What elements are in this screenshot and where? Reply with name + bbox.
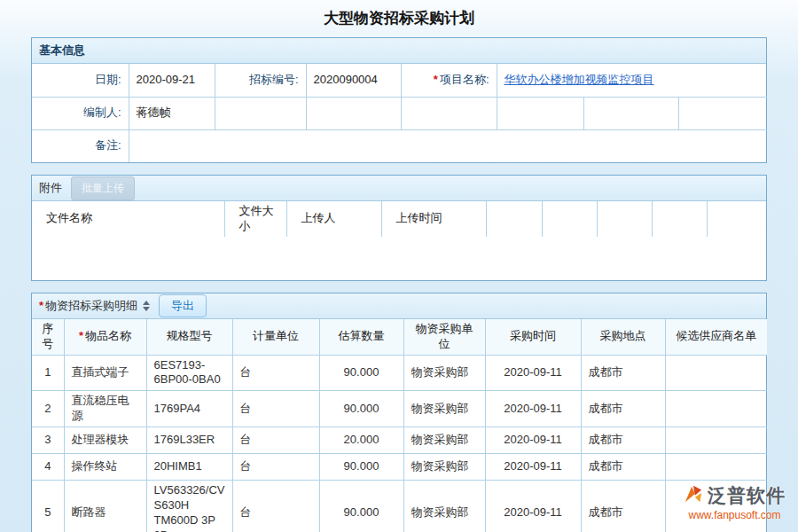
empty-cell: [583, 97, 678, 129]
remark-label: 备注:: [32, 129, 129, 162]
cell-spec-model: 20HIMB1: [146, 454, 232, 481]
cell-est-qty: 90.000: [319, 454, 403, 481]
date-label: 日期:: [32, 64, 129, 97]
page-title: 大型物资招标采购计划: [0, 0, 798, 37]
col-purchase-place: 采购地点: [581, 319, 665, 355]
cell-est-qty: 90.000: [319, 391, 403, 427]
col-spec-model: 规格型号: [146, 319, 232, 355]
table-row: 2 直流稳压电源 1769PA4 台 90.000 物资采购部 2020-09-…: [32, 391, 767, 427]
cell-purchase-unit: 物资采购部: [403, 481, 485, 532]
cell-item-name: 直插式端子: [64, 355, 146, 391]
details-title: *物资招标采购明细: [39, 298, 137, 314]
cell-item-name: 直流稳压电源: [64, 391, 146, 427]
cell-spec-model: LV563326/CVS630H TM600D 3P 3D: [146, 481, 232, 532]
details-header: *物资招标采购明细 导出: [32, 293, 766, 319]
vendor-url: www.fanpusoft.com: [684, 509, 786, 521]
cell-purchase-time: 2020-09-11: [485, 427, 581, 454]
cell-spec-model: 1769PA4: [146, 391, 232, 427]
cell-est-qty: 90.000: [319, 355, 403, 391]
required-mark: *: [434, 73, 438, 86]
cell-purchase-unit: 物资采购部: [403, 355, 485, 391]
col-file-name: 文件名称: [32, 201, 224, 237]
cell-unit: 台: [232, 391, 319, 427]
vendor-brand-name: 泛普软件: [708, 483, 786, 508]
basic-info-header: 基本信息: [32, 38, 766, 64]
project-link[interactable]: 华软办公楼增加视频监控项目: [505, 73, 654, 86]
empty-header-cell: [542, 201, 597, 237]
empty-cell: [401, 97, 497, 129]
cell-seq: 1: [32, 355, 64, 391]
project-label: *项目名称:: [401, 64, 497, 97]
details-section: *物资招标采购明细 导出 序号 *物品名称 规格型号 计量单位 估算数量 物资采…: [31, 293, 767, 532]
cell-purchase-place: 成都市: [581, 391, 665, 427]
details-table: 序号 *物品名称 规格型号 计量单位 估算数量 物资采购单位 采购时间 采购地点…: [32, 319, 767, 532]
vendor-watermark: 泛普软件 www.fanpusoft.com: [684, 483, 786, 521]
empty-cell: [678, 97, 767, 129]
page: 大型物资招标采购计划 基本信息 日期: 2020-09-21 招标编号: 202…: [0, 0, 798, 532]
attachments-header: 附件 批量上传: [32, 176, 766, 201]
empty-header-cell: [652, 201, 707, 237]
attachments-section: 附件 批量上传 文件名称 文件大小 上传人 上传时间: [31, 175, 767, 281]
export-button[interactable]: 导出: [159, 294, 207, 317]
cell-candidate-suppliers: [665, 427, 767, 454]
cell-purchase-unit: 物资采购部: [403, 427, 485, 454]
bid-no-value: 2020090004: [306, 64, 401, 97]
cell-item-name: 断路器: [64, 481, 146, 532]
required-mark: *: [79, 329, 83, 342]
batch-upload-button[interactable]: 批量上传: [71, 176, 135, 200]
cell-est-qty: 90.000: [319, 481, 403, 532]
cell-purchase-place: 成都市: [581, 427, 665, 454]
cell-purchase-unit: 物资采购部: [403, 454, 485, 481]
cell-unit: 台: [232, 454, 319, 481]
table-row: 4 操作终站 20HIMB1 台 90.000 物资采购部 2020-09-11…: [32, 454, 767, 481]
cell-seq: 2: [32, 391, 64, 427]
cell-purchase-place: 成都市: [581, 355, 665, 391]
preparer-label: 编制人:: [32, 97, 129, 129]
cell-item-name: 处理器模块: [64, 427, 146, 454]
cell-purchase-time: 2020-09-11: [485, 391, 581, 427]
project-value-cell: 华软办公楼增加视频监控项目: [497, 64, 767, 97]
cell-candidate-suppliers: [665, 454, 767, 481]
sort-icon[interactable]: [143, 301, 150, 311]
empty-cell: [306, 97, 401, 129]
cell-seq: 3: [32, 427, 64, 454]
table-row: 日期: 2020-09-21 招标编号: 2020090004 *项目名称: 华…: [32, 64, 767, 97]
col-purchase-unit: 物资采购单位: [403, 319, 485, 355]
table-row: 备注:: [32, 129, 767, 162]
cell-purchase-time: 2020-09-11: [485, 481, 581, 532]
cell-item-name: 操作终站: [64, 454, 146, 481]
required-mark: *: [39, 299, 43, 312]
col-est-qty: 估算数量: [319, 319, 403, 355]
attachments-title: 附件: [39, 180, 62, 196]
attachments-table: 文件名称 文件大小 上传人 上传时间: [32, 201, 767, 237]
col-file-size: 文件大小: [224, 201, 286, 237]
cell-seq: 4: [32, 454, 64, 481]
cell-est-qty: 20.000: [319, 427, 403, 454]
col-upload-time: 上传时间: [381, 201, 486, 237]
cell-unit: 台: [232, 481, 319, 532]
col-purchase-time: 采购时间: [485, 319, 581, 355]
table-row: 编制人: 蒋德帧: [32, 97, 767, 129]
table-row: 1 直插式端子 6ES7193-6BP00-0BA0 台 90.000 物资采购…: [32, 355, 767, 391]
col-item-name: *物品名称: [64, 319, 146, 355]
empty-cell: [215, 97, 306, 129]
empty-header-cell: [486, 201, 542, 237]
attachments-empty-body: [32, 237, 766, 280]
empty-header-cell: [707, 201, 767, 237]
table-header-row: 序号 *物品名称 规格型号 计量单位 估算数量 物资采购单位 采购时间 采购地点…: [32, 319, 767, 355]
cell-unit: 台: [232, 355, 319, 391]
basic-info-section: 基本信息 日期: 2020-09-21 招标编号: 2020090004 *项目…: [31, 37, 767, 163]
cell-unit: 台: [232, 427, 319, 454]
cell-candidate-suppliers: [665, 355, 767, 391]
bid-no-label: 招标编号:: [215, 64, 306, 97]
cell-seq: 5: [32, 481, 64, 532]
empty-cell: [497, 97, 583, 129]
cell-candidate-suppliers: [665, 391, 767, 427]
col-candidate-suppliers: 候选供应商名单: [665, 319, 767, 355]
remark-value: [129, 129, 767, 162]
col-seq: 序号: [32, 319, 64, 355]
table-row: 5 断路器 LV563326/CVS630H TM600D 3P 3D 台 90…: [32, 481, 767, 532]
fanpu-logo-icon: [684, 484, 703, 507]
cell-spec-model: 1769L33ER: [146, 427, 232, 454]
table-row: 3 处理器模块 1769L33ER 台 20.000 物资采购部 2020-09…: [32, 427, 767, 454]
